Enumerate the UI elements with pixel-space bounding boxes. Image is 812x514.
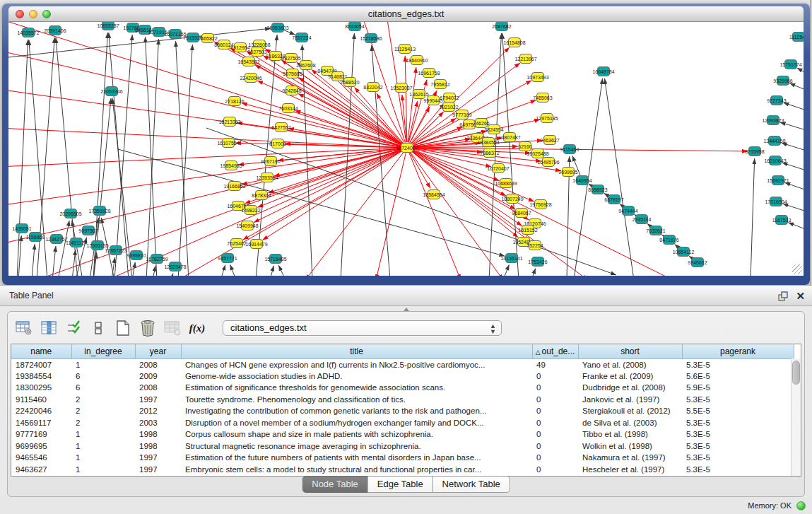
network-node[interactable]: 9699695 [558, 168, 577, 177]
network-node[interactable]: 11125413 [394, 45, 416, 54]
network-node[interactable]: 17016504 [765, 197, 787, 206]
column-header-name[interactable]: name [11, 344, 71, 358]
network-node[interactable]: 8215958 [745, 147, 764, 156]
network-node[interactable]: 10654112 [673, 247, 695, 257]
network-node[interactable]: 7857224 [292, 33, 311, 42]
network-node[interactable]: 752254 [526, 241, 543, 250]
network-node[interactable]: 12213967 [514, 54, 536, 64]
network-node[interactable]: 16961758 [418, 69, 440, 78]
network-node[interactable]: 18213383 [218, 117, 240, 127]
network-node[interactable]: 16210643 [764, 156, 786, 165]
network-node[interactable]: 7625402 [227, 239, 246, 248]
network-node[interactable]: 9463627 [540, 136, 559, 145]
window-zoom-button[interactable] [42, 10, 51, 18]
float-panel-icon[interactable] [778, 291, 788, 301]
table-row[interactable]: 1830029562008Estimation of significance … [11, 382, 794, 394]
network-node[interactable]: 817003 [269, 139, 286, 148]
network-node[interactable]: 1640954 [572, 176, 592, 185]
network-node[interactable]: 7485063 [533, 93, 552, 103]
network-node[interactable]: 20591406 [44, 26, 66, 35]
network-node[interactable]: 9115460 [560, 145, 579, 154]
network-node[interactable]: 8471676 [659, 235, 678, 245]
network-window-titlebar[interactable]: citations_edges.txt [8, 6, 804, 22]
column-header-pagerank[interactable]: pagerank [682, 344, 794, 358]
network-node[interactable]: 9474444 [618, 206, 637, 216]
network-node[interactable]: 16495796 [537, 158, 559, 167]
table-row[interactable]: 946554611997Estimation of the future num… [11, 452, 794, 464]
column-header-out_de[interactable]: △out_de... [532, 344, 578, 358]
network-node[interactable]: 12342757 [45, 235, 67, 244]
network-node[interactable]: 16720407 [487, 164, 509, 173]
table-row[interactable]: 911546021997Tourette syndrome. Phenomeno… [11, 394, 794, 406]
network-node[interactable]: 8958923 [588, 185, 607, 194]
table-row[interactable]: 969969511998Structural magnetic resonanc… [11, 440, 794, 452]
network-node[interactable]: 9097587 [78, 226, 98, 235]
network-node[interactable]: 19166852 [223, 182, 245, 191]
network-node[interactable]: 1112544 [789, 33, 804, 42]
select-all-icon[interactable] [64, 319, 83, 337]
table-scrollbar[interactable] [791, 358, 801, 476]
network-node[interactable]: 8322042 [363, 83, 382, 92]
network-node[interactable]: 2718126 [225, 97, 244, 106]
unselect-all-icon[interactable] [89, 319, 107, 337]
window-resize-grip[interactable] [792, 264, 802, 274]
network-node[interactable]: 7955812 [430, 80, 449, 89]
close-panel-icon[interactable]: ✕ [796, 291, 805, 301]
new-column-icon[interactable] [114, 319, 132, 337]
network-canvas[interactable]: 1872400711125413186409101696175879558121… [8, 22, 804, 276]
network-node[interactable]: 7603144 [278, 104, 298, 113]
network-node[interactable]: 16648784 [592, 67, 614, 76]
tab-network-table[interactable]: Network Table [433, 476, 510, 493]
network-node[interactable]: 9267190 [261, 157, 280, 166]
network-node[interactable]: 12093873 [762, 116, 784, 125]
delete-column-icon[interactable] [139, 319, 157, 337]
network-node[interactable]: 7632621 [646, 226, 665, 235]
column-header-title[interactable]: title [181, 344, 532, 358]
table-scrollbar-thumb[interactable] [792, 361, 800, 385]
network-node[interactable]: 18584554 [423, 190, 445, 199]
network-node[interactable]: 8813054 [345, 22, 364, 31]
network-node[interactable]: 17359928 [88, 206, 110, 216]
network-node[interactable]: 18640910 [406, 56, 428, 65]
network-node[interactable]: 1753426 [528, 257, 547, 267]
network-node[interactable]: 9329966 [773, 76, 792, 86]
network-node[interactable]: 10973493 [526, 73, 548, 82]
select-columns-icon[interactable] [40, 319, 58, 337]
network-node[interactable]: 2935114 [632, 215, 652, 224]
table-row[interactable]: 977716911998Corpus callosum shape and si… [11, 428, 794, 440]
network-node[interactable]: 15692971 [767, 176, 789, 185]
network-node[interactable]: 8878314 [252, 191, 271, 200]
table-row[interactable]: 946362711997Embryonic stem cells: a mode… [11, 464, 794, 476]
network-node[interactable]: 12975185 [536, 114, 558, 123]
network-node[interactable]: 16154808 [503, 38, 525, 47]
network-node[interactable]: 2687682 [492, 22, 511, 31]
network-node[interactable]: 9245612 [688, 258, 707, 267]
function-builder-icon[interactable]: f(x) [188, 319, 206, 337]
column-header-year[interactable]: year [135, 344, 181, 358]
table-row[interactable]: 1938455462009Genome-wide association stu… [11, 370, 794, 382]
network-node[interactable]: 14136141 [500, 254, 522, 263]
network-node[interactable]: 15218586 [360, 34, 382, 43]
network-node[interactable]: 15409948 [236, 221, 258, 230]
network-node[interactable]: 62160 [518, 142, 532, 151]
network-node[interactable]: 19854985 [220, 161, 242, 170]
window-close-button[interactable] [16, 10, 24, 18]
table-selector-dropdown[interactable]: citations_edges.txt ▲▼ [223, 320, 502, 336]
network-node[interactable]: 14035572 [17, 28, 39, 37]
network-node[interactable]: 1435051 [12, 224, 31, 233]
table-row[interactable]: 1456911722003Disruption of a novel membe… [11, 417, 794, 429]
network-node[interactable]: 20206505 [59, 209, 81, 218]
network-node[interactable]: 16782759 [146, 255, 167, 264]
network-node[interactable]: 7886372 [480, 148, 499, 158]
table-row[interactable]: 2242004622012Investigating the contribut… [11, 405, 794, 417]
network-node[interactable]: 9457771 [218, 254, 237, 263]
network-node[interactable]: 6879197 [604, 195, 623, 204]
network-node[interactable]: 11451124 [66, 238, 87, 247]
table-mode-icon[interactable] [15, 319, 33, 337]
network-node[interactable]: 15751074 [779, 60, 801, 69]
network-node[interactable]: 9227343 [767, 96, 786, 105]
column-header-short[interactable]: short [578, 344, 682, 358]
table-row[interactable]: 1872400712008Changes of HCN gene express… [11, 358, 794, 370]
network-node[interactable]: 1156869 [26, 233, 45, 242]
window-minimize-button[interactable] [29, 10, 37, 18]
